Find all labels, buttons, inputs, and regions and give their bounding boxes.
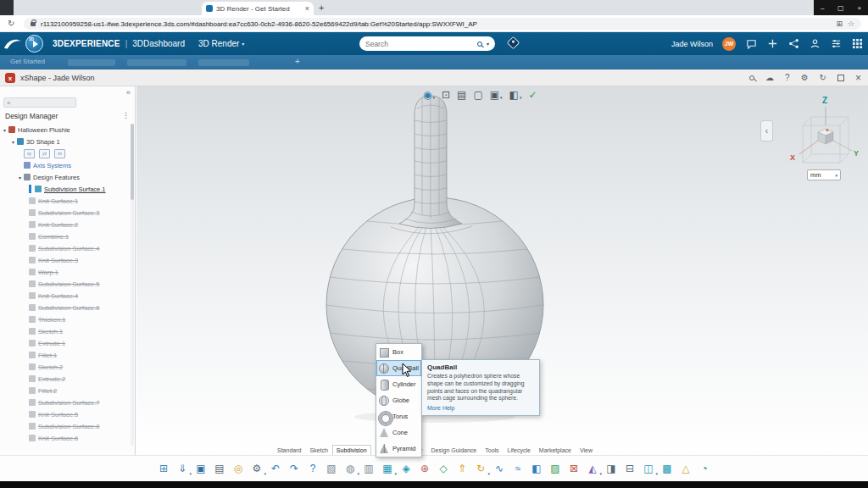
search-icon[interactable] <box>477 42 482 47</box>
tree-options-icon[interactable]: ⋮ <box>122 111 130 119</box>
dashboard-tab-ghost[interactable] <box>198 59 249 66</box>
cloud-icon[interactable]: ☁ <box>765 74 774 82</box>
menu-item-torus[interactable]: Torus <box>376 408 421 424</box>
tree-expand-caret-icon[interactable]: ▾ <box>19 175 21 180</box>
subdivision-icon[interactable]: ▦▾ <box>379 460 396 477</box>
compass-collapse-button[interactable]: ‹ <box>760 120 773 141</box>
dashboard-tab-ghost[interactable] <box>127 59 186 66</box>
view-compass[interactable]: Z X Y <box>779 92 864 176</box>
menu-item-box[interactable]: Box <box>376 344 421 360</box>
tree-item-active-feature[interactable]: Subdivision Surface.1 <box>0 183 130 195</box>
menu-item-pyramid[interactable]: Pyramid <box>376 441 421 457</box>
tree-item[interactable]: Knit Surface.6 <box>0 432 130 444</box>
user-name[interactable]: Jade Wilson <box>671 40 713 48</box>
app-search-icon[interactable] <box>749 75 754 80</box>
tree-item[interactable]: Subdivision Surface.7 <box>0 396 130 408</box>
ribbon-tab-design-guidance[interactable]: Design Guidance <box>427 445 481 455</box>
close-app-icon[interactable]: × <box>855 73 861 83</box>
global-search[interactable]: ▾ <box>359 36 495 51</box>
tree-item-design-features[interactable]: ▾Design Features <box>0 171 130 183</box>
dashboard-tab-ghost[interactable] <box>68 59 115 66</box>
plane-icon[interactable]: ◇ <box>435 460 452 477</box>
settings-icon[interactable]: ⚙▾ <box>248 460 265 477</box>
add-dashboard-tab-button[interactable]: + <box>295 57 300 66</box>
ribbon-tab-sketch[interactable]: Sketch <box>305 445 331 455</box>
dashboard-tab-get-started[interactable]: Get Started <box>10 58 45 65</box>
ribbon-tab-tools[interactable]: Tools <box>481 445 503 455</box>
tree-item-3d-shape[interactable]: ▾3D Shape 1 <box>0 136 130 147</box>
plane-chip-yz[interactable]: yz <box>39 149 50 158</box>
update-icon[interactable]: ✓ <box>528 90 537 100</box>
tree-item[interactable]: Fillet.1 <box>0 349 130 361</box>
install-app-icon[interactable]: ⊞ <box>836 19 843 28</box>
insert-existing-icon[interactable]: ▣▾ <box>490 90 503 100</box>
print-icon[interactable]: ▤ <box>211 460 228 477</box>
quadball-primitive-icon[interactable]: ◍▾ <box>342 460 359 477</box>
search-input[interactable] <box>365 40 473 48</box>
capture-icon[interactable]: ◎ <box>230 460 247 477</box>
new-component-icon[interactable]: ▢ <box>473 90 482 100</box>
analysis-icon[interactable]: ◔ <box>696 460 713 477</box>
redo-icon[interactable]: ↷ <box>286 460 303 477</box>
trim-icon[interactable]: ⊠ <box>565 460 582 477</box>
new-tab-button[interactable]: + <box>319 3 324 13</box>
tree-item[interactable]: Subdivision Surface.6 <box>0 302 130 313</box>
axis-system-icon[interactable]: ⊕ <box>416 460 433 477</box>
ribbon-tab-standard[interactable]: Standard <box>273 445 305 455</box>
search-options-caret-icon[interactable]: ▾ <box>487 41 489 47</box>
tree-item[interactable]: Knit Surface.5 <box>0 408 130 420</box>
ribbon-tab-marketplace[interactable]: Marketplace <box>535 445 576 455</box>
tree-item[interactable]: Knit Surface.1 <box>0 195 130 207</box>
refresh-icon[interactable]: ↻ <box>820 74 826 82</box>
tree-item[interactable]: Sketch.1 <box>0 325 130 337</box>
app-help-icon[interactable]: ? <box>785 74 790 82</box>
bookmark-star-icon[interactable]: ☆ <box>848 19 854 28</box>
knit-surface-icon[interactable]: ▨ <box>547 460 564 477</box>
tree-item[interactable]: Fillet.2 <box>0 385 130 396</box>
tree-item[interactable]: Knit Surface.3 <box>0 254 130 266</box>
view-modes-icon[interactable]: ◧▾ <box>509 90 522 100</box>
axis-z-label[interactable]: Z <box>822 96 827 105</box>
tree-item[interactable]: Warp.1 <box>0 266 130 278</box>
tree-item[interactable]: Extrude.2 <box>0 373 130 385</box>
tree-filter-box[interactable]: ≡ <box>3 97 76 108</box>
browser-tab[interactable]: 3D Render - Get Started × <box>202 2 314 15</box>
ribbon-tab-lifecycle[interactable]: Lifecycle <box>504 445 535 455</box>
ribbon-tab-subdivision[interactable]: Subdivision <box>332 445 371 455</box>
tree-item[interactable]: Subdivision Surface.3 <box>0 207 130 219</box>
axis-x-label[interactable]: X <box>790 153 795 162</box>
model-insert-icon[interactable]: ⊞ <box>155 460 172 477</box>
minimize-button[interactable]: – <box>821 4 824 12</box>
6wtags-icon[interactable] <box>507 36 520 50</box>
offset-icon[interactable]: ⊟ <box>621 460 638 477</box>
maximize-app-icon[interactable] <box>837 75 844 81</box>
share-icon[interactable] <box>787 38 799 50</box>
avatar[interactable]: JW <box>722 37 736 51</box>
settings-sliders-icon[interactable] <box>830 38 842 50</box>
revolve-icon[interactable]: ↻▾ <box>472 460 489 477</box>
tab-close-icon[interactable]: × <box>305 5 309 13</box>
app-switcher[interactable]: 3D Render ▾ <box>198 39 244 48</box>
tree-item[interactable]: Sketch.2 <box>0 361 130 373</box>
ribbon-tab-view[interactable]: View <box>576 445 597 455</box>
tree-item[interactable]: Knit Surface.4 <box>0 290 130 302</box>
tree-item[interactable]: Extrude.1 <box>0 337 130 349</box>
close-window-button[interactable]: × <box>857 4 861 12</box>
axis-y-label[interactable]: Y <box>854 149 859 158</box>
section-view-icon[interactable]: ⊡ <box>442 90 450 100</box>
loft-icon[interactable]: ≈ <box>509 460 526 477</box>
extrude-icon[interactable]: ⇑ <box>453 460 470 477</box>
menu-item-cylinder[interactable]: Cylinder <box>376 376 421 392</box>
tree-item[interactable]: Subdivision Surface.4 <box>0 242 130 254</box>
tree-item[interactable]: Subdivision Surface.8 <box>0 420 130 432</box>
mesh-edit-icon[interactable]: ◈ <box>398 460 415 477</box>
render-style-icon[interactable]: ◉▾ <box>423 90 435 100</box>
chat-icon[interactable] <box>745 38 757 50</box>
app-grid-icon[interactable] <box>851 38 863 50</box>
fill-surface-icon[interactable]: ◧ <box>528 460 545 477</box>
tree-item[interactable]: Subdivision Surface.5 <box>0 278 130 290</box>
pattern-icon[interactable]: ▩ <box>659 460 676 477</box>
add-content-icon[interactable] <box>766 38 778 50</box>
browser-corner-icon[interactable] <box>0 0 14 15</box>
collapse-panel-icon[interactable]: « <box>126 88 131 97</box>
